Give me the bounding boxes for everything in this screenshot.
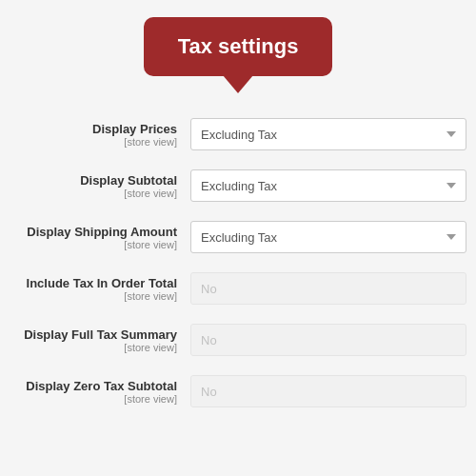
label-main-display-zero-tax: Display Zero Tax Subtotal	[10, 379, 177, 393]
label-display-full-tax: Display Full Tax Summary[store view]	[10, 327, 190, 353]
page-title: Tax settings	[144, 17, 333, 76]
label-main-display-shipping: Display Shipping Amount	[10, 225, 177, 239]
label-sub-display-zero-tax: [store view]	[10, 393, 177, 405]
page-title-text: Tax settings	[178, 34, 299, 58]
label-sub-display-full-tax: [store view]	[10, 342, 177, 353]
select-include-tax-order: NoYes	[190, 272, 466, 305]
label-main-include-tax-order: Include Tax In Order Total	[10, 276, 177, 290]
form-row-display-shipping: Display Shipping Amount[store view]Exclu…	[10, 215, 466, 259]
select-display-subtotal[interactable]: Excluding TaxIncluding TaxIncluding and …	[190, 169, 466, 202]
label-display-prices: Display Prices[store view]	[10, 122, 190, 148]
select-display-prices[interactable]: Excluding TaxIncluding TaxIncluding and …	[190, 118, 466, 150]
form-row-display-prices: Display Prices[store view]Excluding TaxI…	[10, 112, 466, 156]
label-include-tax-order: Include Tax In Order Total[store view]	[10, 276, 190, 302]
select-display-shipping[interactable]: Excluding TaxIncluding TaxIncluding and …	[190, 221, 466, 253]
label-sub-display-shipping: [store view]	[10, 239, 177, 250]
form-row-display-zero-tax: Display Zero Tax Subtotal[store view]NoY…	[10, 369, 466, 413]
label-display-zero-tax: Display Zero Tax Subtotal[store view]	[10, 379, 190, 405]
form-row-include-tax-order: Include Tax In Order Total[store view]No…	[10, 267, 466, 310]
form-row-display-full-tax: Display Full Tax Summary[store view]NoYe…	[10, 318, 466, 362]
settings-form: Display Prices[store view]Excluding TaxI…	[0, 112, 476, 413]
select-display-zero-tax: NoYes	[190, 375, 466, 407]
label-display-subtotal: Display Subtotal[store view]	[10, 173, 190, 199]
header-tooltip: Tax settings	[0, 0, 476, 76]
label-sub-display-prices: [store view]	[10, 136, 177, 148]
label-main-display-full-tax: Display Full Tax Summary	[10, 327, 177, 342]
label-sub-include-tax-order: [store view]	[10, 290, 177, 302]
select-display-full-tax: NoYes	[190, 324, 466, 356]
label-sub-display-subtotal: [store view]	[10, 188, 177, 199]
label-display-shipping: Display Shipping Amount[store view]	[10, 225, 190, 250]
form-row-display-subtotal: Display Subtotal[store view]Excluding Ta…	[10, 164, 466, 208]
label-main-display-prices: Display Prices	[10, 122, 177, 136]
label-main-display-subtotal: Display Subtotal	[10, 173, 177, 188]
